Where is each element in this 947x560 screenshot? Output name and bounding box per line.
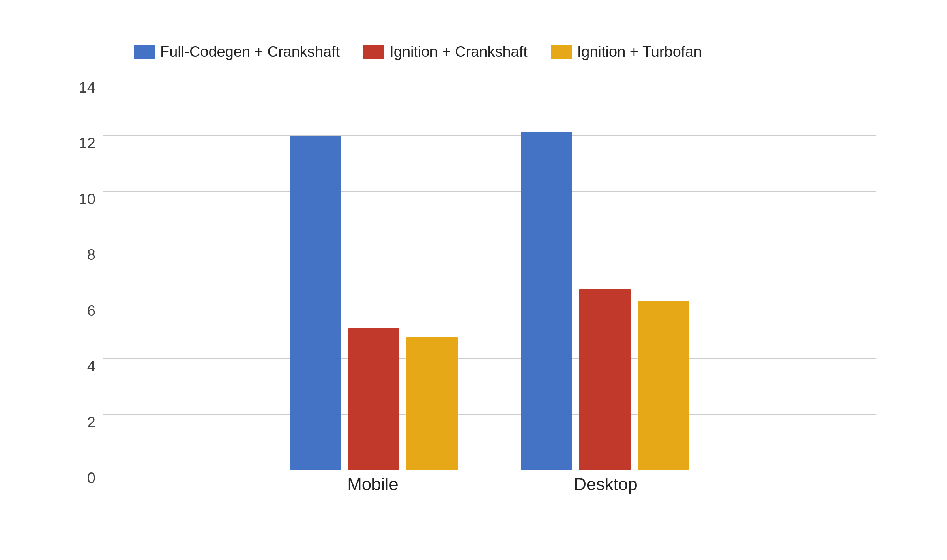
legend: Full-Codegen + Crankshaft Ignition + Cra…	[103, 43, 876, 60]
y-tick-label-14: 14	[79, 79, 95, 96]
chart-area: 02468101214 MobileDesktop	[103, 80, 876, 494]
bars-row-mobile	[290, 136, 458, 470]
bars-row-desktop	[521, 132, 689, 470]
bar-desktop-ignition-crankshaft	[579, 289, 631, 470]
legend-item-ignition-turbofan: Ignition + Turbofan	[551, 43, 702, 60]
y-tick-label-8: 8	[87, 246, 95, 263]
y-tick-label-6: 6	[87, 302, 95, 319]
y-tick-label-4: 4	[87, 358, 95, 375]
group-label-desktop: Desktop	[521, 474, 691, 494]
bar-mobile-full-codegen	[290, 136, 341, 470]
legend-label-full-codegen: Full-Codegen + Crankshaft	[160, 43, 340, 60]
chart-container: Full-Codegen + Crankshaft Ignition + Cra…	[39, 20, 908, 540]
legend-item-full-codegen: Full-Codegen + Crankshaft	[134, 43, 340, 60]
bar-mobile-ignition-turbofan	[406, 337, 458, 470]
bar-group-desktop	[521, 132, 689, 470]
grid-and-bars: 02468101214	[103, 80, 876, 470]
bar-group-mobile	[290, 136, 458, 470]
y-tick-label-0: 0	[87, 470, 95, 487]
legend-label-ignition-crankshaft: Ignition + Crankshaft	[389, 43, 528, 60]
y-tick-label-10: 10	[79, 190, 95, 207]
x-axis-line	[103, 470, 876, 470]
y-tick-label-2: 2	[87, 414, 95, 431]
bar-desktop-full-codegen	[521, 132, 572, 470]
y-tick-label-12: 12	[79, 135, 95, 152]
group-labels: MobileDesktop	[103, 474, 876, 494]
legend-swatch-ignition-crankshaft	[363, 45, 384, 59]
bar-mobile-ignition-crankshaft	[348, 328, 399, 470]
legend-label-ignition-turbofan: Ignition + Turbofan	[577, 43, 702, 60]
legend-swatch-full-codegen	[134, 45, 155, 59]
legend-item-ignition-crankshaft: Ignition + Crankshaft	[363, 43, 528, 60]
group-label-mobile: Mobile	[288, 474, 458, 494]
legend-swatch-ignition-turbofan	[551, 45, 572, 59]
bars-area	[103, 80, 876, 470]
bar-desktop-ignition-turbofan	[638, 301, 689, 470]
